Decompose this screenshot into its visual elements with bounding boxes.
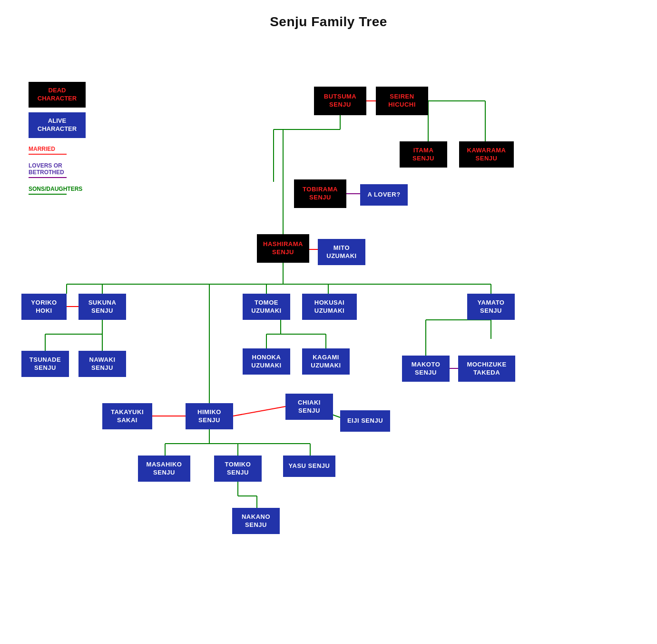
node-mochizuke: MOCHIZUKETAKEDA — [458, 356, 515, 382]
node-kagami: KAGAMIUZUMAKI — [302, 348, 350, 375]
node-makoto: MAKOTOSENJU — [402, 356, 450, 382]
legend-lovers-line — [29, 177, 67, 178]
node-tomoe: TOMOEUZUMAKI — [243, 294, 290, 320]
legend-dead: DEADCHARACTER — [29, 82, 86, 108]
node-butsuma: BUTSUMASENJU — [314, 87, 366, 115]
node-seiren: SEIRENHICUCHI — [376, 87, 428, 115]
node-eiji: EIJI SENJU — [340, 410, 390, 432]
legend: DEADCHARACTER ALIVECHARACTER MARRIED LOV… — [29, 82, 86, 195]
node-takayuki: TAKAYUKISAKAI — [102, 403, 152, 429]
node-sukuna: SUKUNASENJU — [78, 294, 126, 320]
svg-line-6 — [233, 406, 285, 416]
node-mito: MITOUZUMAKI — [318, 239, 365, 265]
node-yoriko: YORIKOHOKI — [21, 294, 67, 320]
node-yasu: YASU SENJU — [283, 456, 335, 477]
node-tomiko: TOMIKOSENJU — [214, 456, 262, 482]
page-title: Senju Family Tree — [0, 0, 657, 34]
node-yamato: YAMATOSENJU — [467, 294, 515, 320]
legend-lovers-label: LOVERS ORBETROTHED — [29, 162, 86, 176]
node-chiaki: CHIAKISENJU — [285, 394, 333, 420]
node-honoka: HONOKAUZUMAKI — [243, 348, 290, 375]
legend-sons-line — [29, 194, 67, 195]
node-nawaki: NAWAKISENJU — [78, 351, 126, 377]
node-masahiko: MASAHIKOSENJU — [138, 456, 190, 482]
legend-alive: ALIVECHARACTER — [29, 112, 86, 138]
node-hashirama: HASHIRAMASENJU — [257, 234, 309, 263]
node-tsunade: TSUNADESENJU — [21, 351, 69, 377]
node-hokusai: HOKUSAIUZUMAKI — [302, 294, 357, 320]
legend-married-line — [29, 154, 67, 155]
node-alover: A LOVER? — [360, 184, 408, 206]
legend-sons-label: SONS/DAUGHTERS — [29, 186, 86, 192]
node-tobirama: TOBIRAMASENJU — [294, 179, 346, 208]
node-nakano: NAKANOSENJU — [232, 508, 280, 534]
legend-married-label: MARRIED — [29, 146, 86, 152]
node-itama: ITAMASENJU — [400, 141, 447, 168]
node-kawarama: KAWARAMASENJU — [459, 141, 514, 168]
node-himiko: HIMIKOSENJU — [186, 403, 233, 429]
